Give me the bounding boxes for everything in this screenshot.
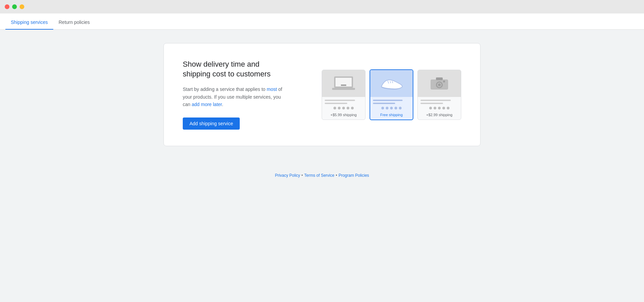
product-dot xyxy=(351,107,354,109)
product-lines-laptop xyxy=(325,100,362,104)
titlebar xyxy=(0,0,644,13)
product-dot xyxy=(447,107,449,109)
product-line xyxy=(420,103,443,104)
terms-of-service-link[interactable]: Terms of Service xyxy=(304,173,334,178)
card-description: Start by adding a service that applies t… xyxy=(183,86,284,108)
tab-return-policies[interactable]: Return policies xyxy=(53,15,95,30)
card-text: Show delivery time and shipping cost to … xyxy=(183,60,284,130)
product-dot xyxy=(338,107,341,109)
product-dot xyxy=(399,107,402,109)
product-lines-shoe xyxy=(373,100,410,104)
tab-shipping-services[interactable]: Shipping services xyxy=(5,15,53,30)
product-dot xyxy=(347,107,349,109)
most-link[interactable]: most xyxy=(267,87,277,92)
shoe-icon xyxy=(378,75,405,92)
product-line xyxy=(373,100,403,101)
product-line xyxy=(373,103,395,104)
add-shipping-service-button[interactable]: Add shipping service xyxy=(183,118,240,130)
product-line xyxy=(420,100,451,101)
product-dots-camera xyxy=(420,107,458,109)
product-card-laptop: +$5.99 shipping xyxy=(322,70,365,120)
footer-sep-1: • xyxy=(301,173,303,178)
shipping-label-laptop: +$5.99 shipping xyxy=(322,113,365,120)
program-policies-link[interactable]: Program Policies xyxy=(339,173,369,178)
product-dot xyxy=(390,107,393,109)
svg-point-9 xyxy=(438,83,441,86)
dot-yellow[interactable] xyxy=(20,4,24,9)
card-title: Show delivery time and shipping cost to … xyxy=(183,60,284,79)
svg-rect-3 xyxy=(332,88,355,90)
product-dot xyxy=(386,107,388,109)
nav-tabs: Shipping services Return policies xyxy=(0,13,644,30)
product-card-camera: +$2.99 shipping xyxy=(417,70,461,120)
privacy-policy-link[interactable]: Privacy Policy xyxy=(275,173,300,178)
product-img-laptop xyxy=(322,70,365,97)
product-card-body-laptop xyxy=(322,97,365,113)
product-dot xyxy=(429,107,432,109)
main-content: Show delivery time and shipping cost to … xyxy=(0,30,644,184)
product-card-shoe: Free shipping xyxy=(370,69,413,120)
footer-sep-2: • xyxy=(336,173,337,178)
product-dots-shoe xyxy=(373,107,410,109)
illustration: +$5.99 shipping xyxy=(322,69,461,120)
product-dot xyxy=(342,107,345,109)
product-line xyxy=(325,103,347,104)
shipping-label-shoe: Free shipping xyxy=(370,113,413,120)
product-line xyxy=(325,100,355,101)
product-dot xyxy=(333,107,336,109)
product-dot xyxy=(381,107,384,109)
product-dot xyxy=(438,107,441,109)
dot-green[interactable] xyxy=(12,4,17,9)
product-dot xyxy=(434,107,436,109)
dot-red[interactable] xyxy=(5,4,9,9)
product-dot xyxy=(442,107,445,109)
product-card-body-camera xyxy=(418,97,461,113)
product-img-shoe xyxy=(370,70,413,97)
shipping-label-camera: +$2.99 shipping xyxy=(418,113,461,120)
product-card-body-shoe xyxy=(370,97,413,113)
camera-icon xyxy=(429,76,449,91)
product-dots-laptop xyxy=(325,107,362,109)
laptop-icon xyxy=(331,75,356,92)
product-img-camera xyxy=(418,70,461,97)
product-dot xyxy=(394,107,397,109)
svg-point-10 xyxy=(443,80,445,82)
add-more-link[interactable]: add more later xyxy=(192,102,222,107)
footer: Privacy Policy • Terms of Service • Prog… xyxy=(268,166,376,184)
product-lines-camera xyxy=(420,100,458,104)
svg-rect-6 xyxy=(436,77,443,80)
svg-point-4 xyxy=(343,85,344,86)
onboarding-card: Show delivery time and shipping cost to … xyxy=(164,43,480,146)
